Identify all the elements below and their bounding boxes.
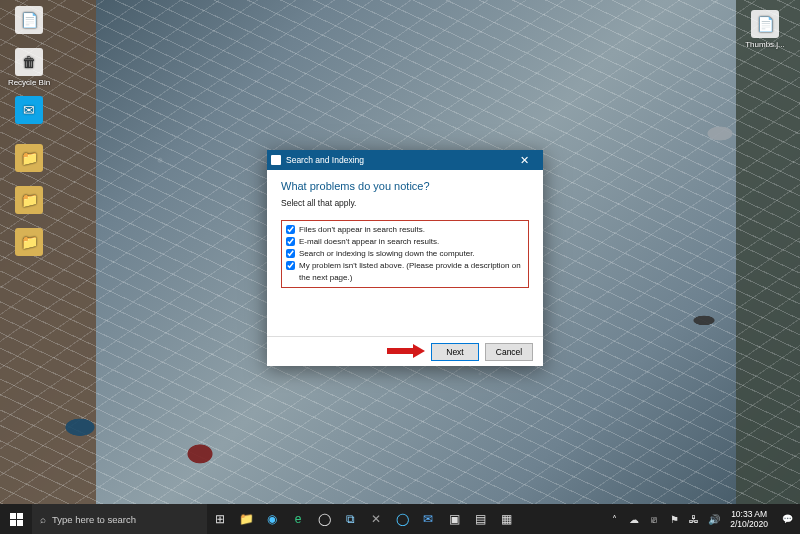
option-checkbox[interactable] bbox=[286, 225, 295, 234]
desktop[interactable]: 📄 🗑 Recycle Bin ✉ 📁 📁 📁 📄 Thumbs.j... Se… bbox=[0, 0, 800, 534]
desktop-icon[interactable]: ✉ bbox=[6, 96, 52, 126]
tray-icon[interactable]: ⎚ bbox=[644, 504, 664, 534]
dialog-titlebar[interactable]: Search and Indexing ✕ bbox=[267, 150, 543, 170]
annotation-arrow-icon bbox=[387, 344, 425, 358]
taskbar-clock[interactable]: 10:33 AM 2/10/2020 bbox=[724, 509, 774, 529]
desktop-icon-file[interactable]: 📄 Thumbs.j... bbox=[742, 10, 788, 49]
clock-time: 10:33 AM bbox=[730, 509, 768, 519]
notification-icon: 💬 bbox=[782, 514, 793, 524]
taskbar-app[interactable]: ◯ bbox=[311, 504, 337, 534]
app-icon: ▦ bbox=[501, 512, 512, 526]
dialog-title: Search and Indexing bbox=[286, 155, 364, 165]
tray-icon[interactable]: ☁ bbox=[624, 504, 644, 534]
option-label: My problem isn't listed above. (Please p… bbox=[299, 260, 524, 284]
options-highlight-box: Files don't appear in search results. E-… bbox=[281, 220, 529, 288]
folder-icon: 📁 bbox=[15, 228, 43, 256]
taskbar-search[interactable]: ⌕ Type here to search bbox=[32, 504, 207, 534]
taskbar-app[interactable]: e bbox=[285, 504, 311, 534]
tray-network-icon[interactable]: 🖧 bbox=[684, 504, 704, 534]
option-checkbox[interactable] bbox=[286, 261, 295, 270]
taskbar-app[interactable]: ▤ bbox=[467, 504, 493, 534]
desktop-icon-label: Thumbs.j... bbox=[742, 40, 788, 49]
app-icon: ▣ bbox=[449, 512, 460, 526]
option-row[interactable]: Files don't appear in search results. bbox=[286, 224, 524, 236]
xbox-icon: ✕ bbox=[371, 512, 381, 526]
chevron-up-icon: ˄ bbox=[612, 514, 617, 525]
next-button[interactable]: Next bbox=[431, 343, 479, 361]
svg-rect-0 bbox=[387, 348, 413, 354]
edge-icon: e bbox=[295, 512, 302, 526]
tray-icon[interactable]: ⚑ bbox=[664, 504, 684, 534]
taskbar-app[interactable]: ▦ bbox=[493, 504, 519, 534]
taskbar-app[interactable]: ◯ bbox=[389, 504, 415, 534]
explorer-icon: 📁 bbox=[239, 512, 254, 526]
option-label: E-mail doesn't appear in search results. bbox=[299, 236, 439, 248]
app-icon: ▤ bbox=[475, 512, 486, 526]
option-checkbox[interactable] bbox=[286, 237, 295, 246]
task-view-button[interactable]: ⊞ bbox=[207, 504, 233, 534]
option-row[interactable]: My problem isn't listed above. (Please p… bbox=[286, 260, 524, 284]
desktop-icon[interactable]: 📁 bbox=[6, 228, 52, 258]
file-icon: 📄 bbox=[751, 10, 779, 38]
chrome-icon: ◯ bbox=[318, 512, 331, 526]
dialog-heading: What problems do you notice? bbox=[281, 180, 529, 192]
store-icon: ⧉ bbox=[346, 512, 355, 526]
windows-logo-icon bbox=[10, 513, 23, 526]
tray-overflow-button[interactable]: ˄ bbox=[604, 504, 624, 534]
folder-icon: 📁 bbox=[15, 186, 43, 214]
option-row[interactable]: E-mail doesn't appear in search results. bbox=[286, 236, 524, 248]
mail-icon: ✉ bbox=[423, 512, 433, 526]
action-center-button[interactable]: 💬 bbox=[774, 504, 800, 534]
option-label: Search or indexing is slowing down the c… bbox=[299, 248, 475, 260]
taskbar: ⌕ Type here to search ⊞ 📁 ◉ e ◯ ⧉ ✕ ◯ ✉ … bbox=[0, 504, 800, 534]
option-row[interactable]: Search or indexing is slowing down the c… bbox=[286, 248, 524, 260]
troubleshooter-dialog: Search and Indexing ✕ What problems do y… bbox=[267, 150, 543, 366]
browser-icon: ◉ bbox=[267, 512, 277, 526]
desktop-icon[interactable]: 📁 bbox=[6, 186, 52, 216]
cancel-button[interactable]: Cancel bbox=[485, 343, 533, 361]
close-button[interactable]: ✕ bbox=[509, 150, 539, 170]
taskbar-app[interactable]: ◉ bbox=[259, 504, 285, 534]
dialog-subheading: Select all that apply. bbox=[281, 198, 529, 208]
svg-marker-1 bbox=[413, 344, 425, 358]
option-label: Files don't appear in search results. bbox=[299, 224, 425, 236]
clock-date: 2/10/2020 bbox=[730, 519, 768, 529]
taskbar-app[interactable]: ⧉ bbox=[337, 504, 363, 534]
dialog-footer: Next Cancel bbox=[267, 336, 543, 366]
desktop-icon-label: Recycle Bin bbox=[6, 78, 52, 87]
search-placeholder: Type here to search bbox=[52, 514, 136, 525]
system-tray: ˄ ☁ ⎚ ⚑ 🖧 🔊 10:33 AM 2/10/2020 💬 bbox=[604, 504, 800, 534]
taskbar-app[interactable]: ✉ bbox=[415, 504, 441, 534]
start-button[interactable] bbox=[0, 504, 32, 534]
desktop-icon-recycle-bin[interactable]: 🗑 Recycle Bin bbox=[6, 48, 52, 87]
search-icon: ⌕ bbox=[40, 514, 46, 525]
close-icon: ✕ bbox=[520, 154, 529, 167]
folder-icon: 📁 bbox=[15, 144, 43, 172]
mail-icon: ✉ bbox=[15, 96, 43, 124]
desktop-icon[interactable]: 📁 bbox=[6, 144, 52, 174]
cortana-icon: ◯ bbox=[396, 512, 409, 526]
desktop-icon[interactable]: 📄 bbox=[6, 6, 52, 36]
taskbar-app[interactable]: ✕ bbox=[363, 504, 389, 534]
taskbar-app[interactable]: 📁 bbox=[233, 504, 259, 534]
dialog-body: What problems do you notice? Select all … bbox=[267, 170, 543, 336]
taskbar-app[interactable]: ▣ bbox=[441, 504, 467, 534]
option-checkbox[interactable] bbox=[286, 249, 295, 258]
recycle-bin-icon: 🗑 bbox=[15, 48, 43, 76]
dialog-icon bbox=[271, 155, 281, 165]
tray-volume-icon[interactable]: 🔊 bbox=[704, 504, 724, 534]
